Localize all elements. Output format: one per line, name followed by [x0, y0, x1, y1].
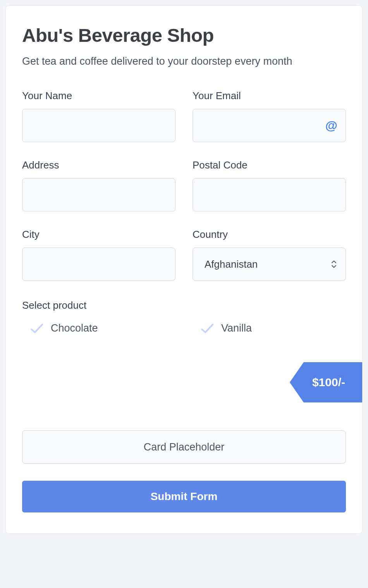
- card-placeholder[interactable]: Card Placeholder: [22, 430, 346, 464]
- city-input[interactable]: [22, 248, 175, 281]
- address-input[interactable]: [22, 178, 175, 211]
- postal-input[interactable]: [193, 178, 346, 211]
- label-address: Address: [22, 159, 175, 171]
- field-name: Your Name: [22, 90, 175, 142]
- field-country: Country Afghanistan: [193, 229, 346, 281]
- label-country: Country: [193, 229, 346, 241]
- product-option-label: Vanilla: [221, 322, 252, 334]
- page-subtitle: Get tea and coffee delivered to your doo…: [22, 55, 346, 67]
- email-input[interactable]: [193, 109, 346, 142]
- field-postal: Postal Code: [193, 159, 346, 211]
- field-email: Your Email @: [193, 90, 346, 142]
- product-option-chocolate[interactable]: Chocolate: [22, 322, 175, 334]
- product-option-label: Chocolate: [51, 322, 98, 334]
- country-select[interactable]: Afghanistan: [193, 248, 346, 281]
- form-grid: Your Name Your Email @ Address Postal Co…: [22, 90, 346, 281]
- label-city: City: [22, 229, 175, 241]
- field-city: City: [22, 229, 175, 281]
- label-product: Select product: [22, 299, 346, 311]
- check-icon: [30, 323, 44, 334]
- product-option-vanilla[interactable]: Vanilla: [193, 322, 346, 334]
- field-address: Address: [22, 159, 175, 211]
- price-tag: $100/-: [290, 362, 362, 402]
- price-value: $100/-: [312, 376, 345, 389]
- submit-button[interactable]: Submit Form: [22, 481, 346, 512]
- product-section: Select product Chocolate Vanilla: [22, 299, 346, 334]
- card-placeholder-text: Card Placeholder: [144, 441, 225, 453]
- label-name: Your Name: [22, 90, 175, 102]
- page-title: Abu's Beverage Shop: [22, 24, 346, 46]
- price-row: $100/-: [22, 362, 362, 402]
- label-email: Your Email: [193, 90, 346, 102]
- check-icon: [200, 323, 214, 334]
- name-input[interactable]: [22, 109, 175, 142]
- label-postal: Postal Code: [193, 159, 346, 171]
- form-card: Abu's Beverage Shop Get tea and coffee d…: [5, 5, 363, 534]
